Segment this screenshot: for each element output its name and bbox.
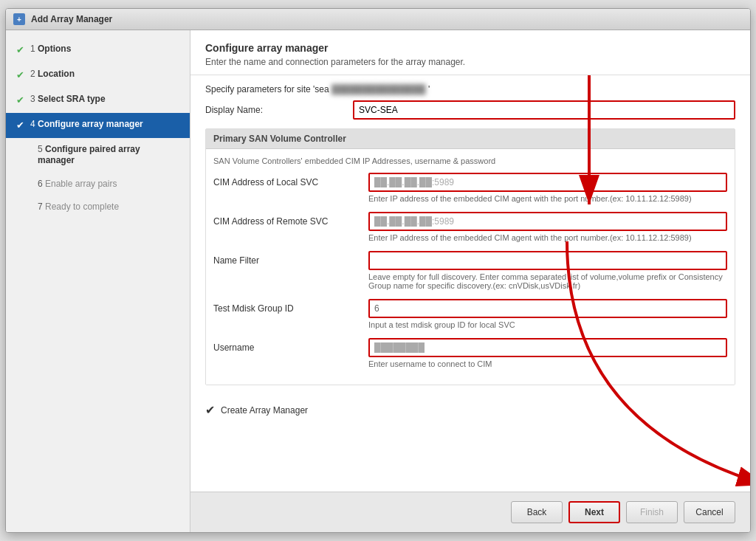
form-area: Specify parameters for site 'sea ███████… <box>190 75 750 492</box>
sidebar-item-configure-array[interactable]: ✔ 4 Configure array manager <box>6 113 190 138</box>
cim-local-field-block: CIM Address of Local SVC Enter IP addres… <box>213 173 727 203</box>
sidebar-item-options[interactable]: ✔ 1 Options <box>6 38 190 63</box>
main-header: Configure array manager Enter the name a… <box>190 30 750 75</box>
section-description: SAN Volume Controllers' embedded CIM IP … <box>213 156 727 165</box>
check-icon-2: ✔ <box>16 69 24 82</box>
check-icon-3: ✔ <box>16 94 24 107</box>
step-7-label: Ready to complete <box>45 201 119 212</box>
cim-remote-hint: Enter IP address of the embedded CIM age… <box>368 233 727 242</box>
sidebar: ✔ 1 Options ✔ 2 Location ✔ 3 Selec <box>6 30 190 532</box>
step-2-label: Location <box>38 69 75 79</box>
display-name-input[interactable] <box>353 100 735 120</box>
add-array-manager-window: + Add Array Manager ✔ 1 Options ✔ 2 Loca… <box>5 8 751 533</box>
name-filter-field-block: Name Filter Leave empty for full discove… <box>213 251 727 290</box>
sidebar-item-ready: 7 Ready to complete <box>6 196 190 219</box>
username-field-block: Username Enter username to connect to CI… <box>213 338 727 368</box>
create-manager-check: ✔ <box>205 403 215 417</box>
cim-remote-label: CIM Address of Remote SVC <box>213 216 361 227</box>
section-title: Primary SAN Volume Controller <box>206 129 735 149</box>
name-filter-input[interactable] <box>368 251 727 270</box>
site-name-blurred: ███████████████ <box>331 84 426 94</box>
test-mdisk-field-block: Test Mdisk Group ID Input a test mdisk g… <box>213 299 727 329</box>
site-label: Specify parameters for site 'sea ███████… <box>205 84 735 94</box>
step-5-label: Configure paired array manager <box>38 144 140 166</box>
username-hint: Enter username to connect to CIM <box>368 359 727 368</box>
name-filter-hint: Leave empty for full discovery. Enter co… <box>368 272 727 290</box>
cim-local-input[interactable] <box>368 173 727 192</box>
sidebar-item-location[interactable]: ✔ 2 Location <box>6 63 190 88</box>
display-name-label: Display Name: <box>205 105 353 115</box>
test-mdisk-label: Test Mdisk Group ID <box>213 303 361 314</box>
display-name-row: Display Name: <box>205 100 735 120</box>
cim-remote-input[interactable] <box>368 212 727 231</box>
step-1-label: Options <box>38 44 71 54</box>
create-manager-row: ✔ Create Array Manager <box>205 394 735 426</box>
step-3-label: Select SRA type <box>38 94 106 104</box>
step-6-label: Enable array pairs <box>45 179 117 189</box>
cim-local-label: CIM Address of Local SVC <box>213 177 361 187</box>
check-icon-1: ✔ <box>16 44 24 57</box>
back-button[interactable]: Back <box>511 501 563 523</box>
finish-button: Finish <box>626 501 678 523</box>
cim-local-hint: Enter IP address of the embedded CIM age… <box>368 194 727 203</box>
cim-remote-field-block: CIM Address of Remote SVC Enter IP addre… <box>213 212 727 242</box>
create-manager-label: Create Array Manager <box>221 405 308 416</box>
main-content: Configure array manager Enter the name a… <box>190 30 750 532</box>
name-filter-label: Name Filter <box>213 255 361 266</box>
username-input[interactable] <box>368 338 727 357</box>
sidebar-item-enable-pairs: 6 Enable array pairs <box>6 173 190 196</box>
sidebar-item-sra-type[interactable]: ✔ 3 Select SRA type <box>6 88 190 113</box>
next-button[interactable]: Next <box>568 501 620 523</box>
page-title: Configure array manager <box>205 42 735 54</box>
page-description: Enter the name and connection parameters… <box>205 57 735 67</box>
username-label: Username <box>213 342 361 353</box>
footer: Back Next Finish Cancel <box>190 492 750 532</box>
cancel-button[interactable]: Cancel <box>684 501 735 523</box>
title-bar: + Add Array Manager <box>6 9 750 30</box>
window-title: Add Array Manager <box>31 14 112 24</box>
step-4-label: Configure array manager <box>38 119 143 129</box>
check-icon-4: ✔ <box>16 120 24 132</box>
san-volume-controller-section: Primary SAN Volume Controller SAN Volume… <box>205 128 735 385</box>
window-icon: + <box>13 13 25 25</box>
test-mdisk-hint: Input a test mdisk group ID for local SV… <box>368 320 727 329</box>
test-mdisk-input[interactable] <box>368 299 727 318</box>
sidebar-item-configure-paired[interactable]: 5 Configure paired array manager <box>6 138 190 173</box>
